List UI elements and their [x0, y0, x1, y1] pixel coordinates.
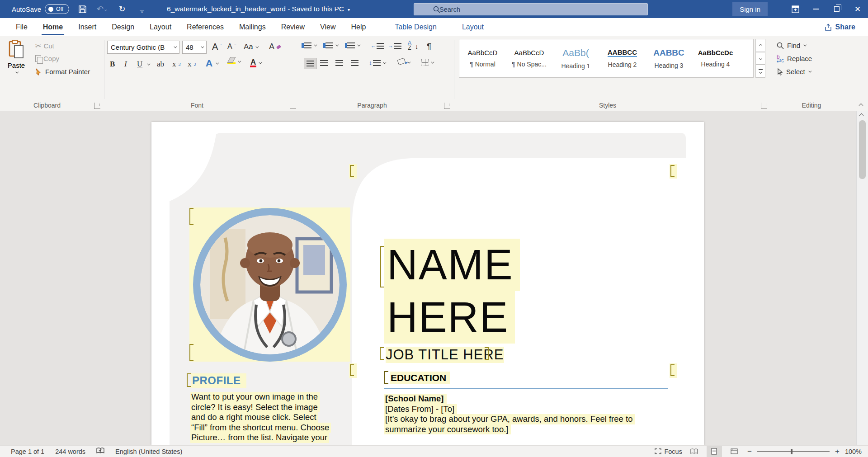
sort-button[interactable]: AZ [408, 41, 411, 51]
content-control-marker[interactable] [349, 363, 357, 378]
title-dropdown-icon[interactable]: ▾ [348, 7, 350, 12]
paragraph-dialog-launcher-icon[interactable] [444, 103, 450, 109]
clear-formatting-button[interactable]: A [269, 42, 281, 52]
show-formatting-button[interactable]: ¶ [427, 42, 431, 52]
increase-indent-button[interactable]: → [388, 42, 401, 49]
underline-dropdown-icon[interactable] [147, 62, 150, 66]
collapse-ribbon-icon[interactable] [859, 104, 863, 108]
bullets-button[interactable] [304, 42, 316, 48]
tab-help[interactable]: Help [343, 18, 373, 36]
content-control-marker[interactable] [670, 164, 677, 179]
line-spacing-button[interactable]: ↕ [369, 59, 385, 66]
paste-dropdown-icon[interactable] [15, 71, 19, 74]
select-button[interactable]: Select [777, 68, 811, 75]
tab-layout-contextual[interactable]: Layout [454, 18, 491, 36]
styles-dialog-launcher-icon[interactable] [761, 103, 767, 109]
strikethrough-button[interactable]: ab [157, 60, 164, 69]
style-heading-4[interactable]: AaBbCcDcHeading 4 [692, 39, 739, 77]
superscript-button[interactable]: x2 [188, 60, 196, 69]
search-box[interactable] [414, 3, 648, 15]
tab-mailings[interactable]: Mailings [231, 18, 274, 36]
search-input[interactable] [439, 6, 611, 13]
paste-button[interactable]: Paste [5, 40, 28, 92]
undo-chevron-icon[interactable]: ⌄ [104, 6, 108, 12]
align-left-button[interactable] [304, 58, 317, 69]
proofing-icon[interactable] [96, 448, 104, 456]
text-effects-button[interactable]: A [206, 58, 218, 69]
word-count[interactable]: 244 words [55, 448, 85, 455]
tab-home[interactable]: Home [35, 18, 71, 36]
font-size-combo[interactable]: 48 [182, 41, 207, 54]
education-body[interactable]: [School Name] [Dates From] - [To] [It’s … [384, 394, 635, 434]
shrink-font-button[interactable]: Aˇ [227, 42, 236, 51]
tab-insert[interactable]: Insert [71, 18, 104, 36]
tab-view[interactable]: View [312, 18, 343, 36]
decrease-indent-button[interactable]: ← [371, 42, 384, 49]
zoom-slider[interactable] [757, 451, 830, 452]
zoom-in-button[interactable]: + [834, 447, 840, 456]
clipboard-dialog-launcher-icon[interactable] [94, 103, 100, 109]
font-dialog-launcher-icon[interactable] [290, 103, 296, 109]
zoom-out-button[interactable]: − [746, 447, 753, 456]
web-layout-button[interactable] [726, 446, 742, 457]
scrollbar-thumb[interactable] [859, 120, 866, 179]
justify-button[interactable] [351, 60, 359, 66]
zoom-level[interactable]: 100% [845, 448, 862, 455]
highlight-color-button[interactable] [227, 59, 240, 64]
styles-scroll-down-icon[interactable] [755, 52, 765, 65]
font-name-combo[interactable]: Century Gothic (B [107, 41, 179, 54]
redo-icon[interactable]: ↻ [115, 2, 129, 16]
ribbon-display-options-icon[interactable] [785, 0, 806, 18]
restore-button[interactable] [826, 0, 847, 18]
profile-photo[interactable] [193, 208, 347, 362]
align-right-button[interactable] [335, 60, 343, 66]
format-painter-button[interactable]: Format Painter [35, 68, 90, 75]
grow-font-button[interactable]: Aˆ [212, 42, 222, 52]
page-indicator[interactable]: Page 1 of 1 [11, 448, 44, 455]
cut-button[interactable]: ✂Cut [35, 42, 54, 50]
document-canvas[interactable]: NAME HERE JOB TITLE HERE EDUCATION [Scho… [0, 111, 868, 445]
font-color-button[interactable]: A [250, 59, 261, 67]
numbering-button[interactable] [326, 42, 338, 48]
tab-review[interactable]: Review [274, 18, 312, 36]
content-control-marker[interactable] [349, 164, 357, 179]
document-page[interactable]: NAME HERE JOB TITLE HERE EDUCATION [Scho… [151, 122, 704, 445]
read-mode-button[interactable] [687, 446, 702, 457]
language-indicator[interactable]: English (United States) [115, 448, 182, 455]
print-layout-button[interactable] [707, 446, 722, 457]
content-control-marker[interactable] [670, 363, 677, 378]
close-button[interactable]: ✕ [847, 0, 868, 18]
tab-file[interactable]: File [8, 18, 35, 36]
document-title[interactable]: 6_watermark_locked_in_header_word - Save… [167, 5, 350, 13]
sign-in-button[interactable]: Sign in [732, 2, 768, 16]
style-normal[interactable]: AaBbCcD¶ Normal [459, 39, 506, 77]
shading-button[interactable] [398, 60, 410, 65]
save-icon[interactable] [75, 2, 89, 16]
replace-button[interactable]: b⇄c Replace [777, 55, 812, 62]
tab-design[interactable]: Design [104, 18, 142, 36]
subscript-button[interactable]: x2 [172, 60, 181, 69]
focus-button[interactable]: Focus [655, 448, 682, 455]
bold-button[interactable]: B [110, 60, 115, 69]
style-heading-2[interactable]: AABBCCHeading 2 [599, 39, 646, 77]
profile-body[interactable]: Want to put your own image in the circle… [190, 392, 331, 443]
customize-quick-access-icon[interactable]: ⌄ [135, 2, 149, 16]
change-case-button[interactable]: Aa [244, 42, 258, 52]
styles-scroll-up-icon[interactable] [755, 39, 765, 52]
tab-layout[interactable]: Layout [142, 18, 179, 36]
profile-heading[interactable]: PROFILE [191, 373, 246, 388]
undo-icon[interactable]: ↶⌄ [95, 2, 109, 16]
italic-button[interactable]: I [124, 60, 127, 69]
underline-button[interactable]: U [137, 60, 142, 69]
education-heading[interactable]: EDUCATION [390, 372, 450, 384]
scroll-up-icon[interactable] [859, 113, 864, 118]
zoom-slider-handle[interactable] [791, 449, 793, 454]
styles-more-icon[interactable] [755, 65, 765, 78]
style-heading-3[interactable]: AABBCHeading 3 [646, 39, 692, 77]
share-button[interactable]: Share [820, 20, 860, 34]
align-center-button[interactable] [320, 60, 328, 66]
borders-button[interactable] [421, 59, 433, 66]
tab-table-design[interactable]: Table Design [387, 18, 444, 36]
style-heading-1[interactable]: AaBb(Heading 1 [552, 39, 599, 77]
find-button[interactable]: Find [777, 42, 806, 49]
